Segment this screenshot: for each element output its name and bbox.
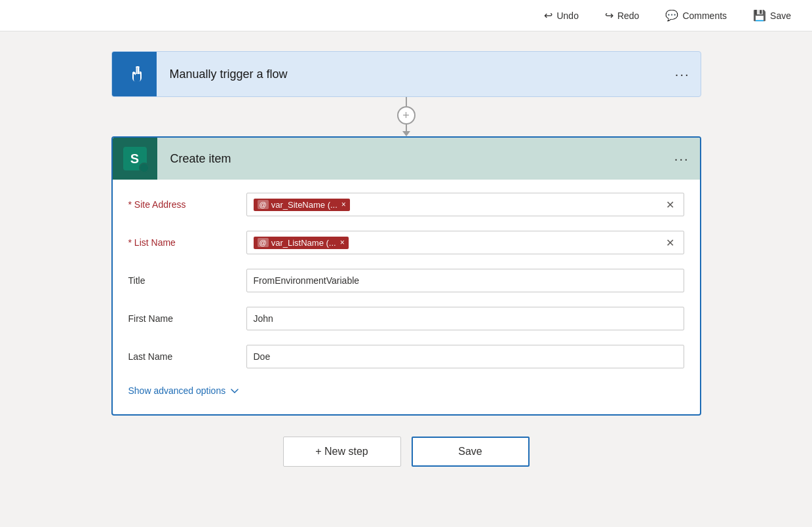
token-at-icon: @ (258, 200, 269, 209)
action-icon-box: S (113, 138, 157, 180)
first-name-row: First Name John (128, 304, 684, 333)
connector: + (397, 97, 416, 136)
list-name-token-close[interactable]: × (340, 238, 345, 247)
canvas: Manually trigger a flow ··· + S Create i… (0, 31, 812, 527)
bottom-actions: + New step Save (283, 437, 530, 467)
comments-icon: 💬 (665, 9, 678, 22)
first-name-value: John (254, 313, 677, 324)
sharepoint-badge (139, 163, 149, 173)
site-address-row: Site Address @ var_SiteName (... × ✕ (128, 190, 684, 219)
add-step-button[interactable]: + (397, 106, 416, 125)
site-address-field[interactable]: @ var_SiteName (... × ✕ (246, 193, 684, 216)
title-row: Title FromEnvironmentVariable (128, 266, 684, 295)
action-menu-button[interactable]: ··· (664, 151, 700, 166)
save-toolbar-label: Save (770, 10, 791, 21)
redo-button[interactable]: ↪ Redo (600, 7, 644, 24)
save-toolbar-icon: 💾 (753, 9, 766, 22)
list-name-token-text: var_ListName (... (271, 238, 336, 248)
trigger-menu-button[interactable]: ··· (665, 67, 701, 82)
redo-label: Redo (617, 10, 639, 21)
action-body: Site Address @ var_SiteName (... × ✕ Lis… (113, 180, 700, 414)
trigger-title: Manually trigger a flow (157, 68, 665, 81)
site-address-token-text: var_SiteName (... (271, 200, 338, 210)
undo-button[interactable]: ↩ Undo (539, 7, 583, 24)
first-name-field[interactable]: John (246, 307, 684, 330)
save-button[interactable]: Save (412, 437, 530, 467)
list-name-field[interactable]: @ var_ListName (... × ✕ (246, 231, 684, 254)
toolbar: ↩ Undo ↪ Redo 💬 Comments 💾 Save (0, 0, 812, 31)
site-address-clear[interactable]: ✕ (661, 199, 680, 211)
list-name-row: List Name @ var_ListName (... × ✕ (128, 228, 684, 257)
list-name-token: @ var_ListName (... × (254, 237, 349, 249)
list-token-at-icon: @ (258, 238, 269, 247)
site-address-token-close[interactable]: × (341, 200, 346, 209)
last-name-value: Doe (254, 351, 677, 362)
last-name-row: Last Name Doe (128, 342, 684, 371)
title-field[interactable]: FromEnvironmentVariable (246, 269, 684, 292)
action-title: Create item (157, 152, 664, 166)
title-value: FromEnvironmentVariable (254, 275, 677, 286)
redo-icon: ↪ (605, 9, 613, 22)
action-header: S Create item ··· (113, 138, 700, 180)
action-block: S Create item ··· Site Address @ var_Sit… (111, 136, 701, 416)
undo-icon: ↩ (544, 9, 552, 22)
site-address-label: Site Address (128, 199, 246, 210)
list-name-label: List Name (128, 237, 246, 248)
undo-label: Undo (556, 10, 578, 21)
comments-button[interactable]: 💬 Comments (660, 7, 732, 24)
connector-line-bottom (406, 125, 407, 131)
show-advanced-label: Show advanced options (128, 385, 226, 396)
title-label: Title (128, 275, 246, 286)
sharepoint-icon: S (123, 147, 147, 170)
save-toolbar-button[interactable]: 💾 Save (748, 7, 796, 24)
connector-line-top (406, 97, 407, 106)
comments-label: Comments (682, 10, 727, 21)
connector-arrow (402, 131, 410, 136)
last-name-field[interactable]: Doe (246, 345, 684, 368)
first-name-label: First Name (128, 313, 246, 324)
trigger-icon-box (112, 52, 157, 96)
show-advanced-button[interactable]: Show advanced options (128, 380, 241, 401)
chevron-down-icon (229, 385, 240, 396)
last-name-label: Last Name (128, 351, 246, 362)
trigger-block: Manually trigger a flow ··· (111, 51, 701, 97)
site-address-token: @ var_SiteName (... × (254, 199, 350, 211)
new-step-button[interactable]: + New step (283, 437, 401, 467)
list-name-clear[interactable]: ✕ (661, 237, 680, 249)
trigger-hand-icon (124, 64, 145, 85)
